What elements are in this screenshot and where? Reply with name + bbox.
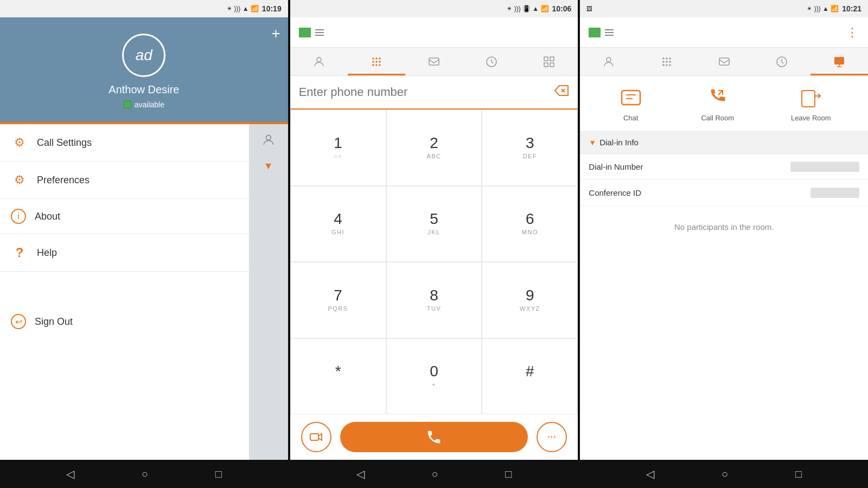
p1-status-label: available — [135, 100, 164, 109]
p2-tab-bar — [290, 48, 578, 76]
phone-screen-2: ✴ ))) 📳 ▲ 📶 10:06 — [290, 0, 578, 488]
back-button-1[interactable]: ◁ — [66, 467, 74, 480]
p2-action-bar: ··· — [290, 414, 578, 460]
p3-tab-bar — [580, 48, 868, 76]
status-icons-2: ✴ ))) 📳 ▲ 📶 — [507, 5, 548, 12]
key-1[interactable]: 1 ○○ — [290, 110, 386, 186]
status-bar-2: ✴ ))) 📳 ▲ 📶 10:06 — [290, 0, 578, 17]
recents-button-3[interactable]: □ — [795, 468, 802, 480]
bottom-nav-1: ◁ ○ □ — [0, 460, 288, 488]
logo-green-square — [299, 28, 311, 37]
bottom-nav-2: ◁ ○ □ — [290, 460, 578, 488]
svg-point-1 — [317, 57, 321, 62]
menu-item-call-settings[interactable]: ⚙ Call Settings — [0, 124, 288, 162]
svg-point-5 — [372, 61, 374, 63]
more-options-button[interactable]: ··· — [537, 422, 567, 452]
chat-label: Chat — [623, 114, 638, 122]
leave-room-button[interactable]: Leave Room — [791, 87, 831, 122]
bottom-nav-3: ◁ ○ □ — [580, 460, 868, 488]
p1-status-dot — [124, 101, 131, 108]
svg-point-17 — [669, 57, 671, 60]
p1-menu: ⚙ Call Settings ⚙ Preferences i About ? … — [0, 124, 288, 460]
svg-point-2 — [372, 57, 374, 60]
menu-item-sign-out[interactable]: ↩ Sign Out — [0, 304, 288, 339]
tab-room-3[interactable] — [810, 48, 868, 75]
key-9[interactable]: 9 WXYZ — [482, 262, 578, 338]
p1-content: + ad Anthow Desire available ⚙ Call Sett… — [0, 17, 288, 460]
key-5[interactable]: 5 JKL — [386, 186, 482, 262]
call-room-button[interactable]: Call Room — [701, 87, 734, 122]
home-button-3[interactable]: ○ — [722, 468, 728, 480]
menu-item-help[interactable]: ? Help — [0, 234, 288, 272]
logo-lines — [315, 29, 324, 36]
p1-header: + ad Anthow Desire available — [0, 17, 288, 122]
key-star[interactable]: * — [290, 338, 386, 415]
key-4[interactable]: 4 GHI — [290, 186, 386, 262]
call-room-label: Call Room — [701, 114, 734, 122]
key-7[interactable]: 7 PQRS — [290, 262, 386, 338]
p3-dialin-header[interactable]: ▼ Dial-in Info — [580, 131, 868, 154]
time-2: 10:06 — [552, 4, 572, 13]
svg-point-6 — [375, 61, 378, 63]
tab-recent-3[interactable] — [753, 48, 810, 75]
p1-plus-button[interactable]: + — [271, 25, 280, 42]
right-dropdown-icon: ▼ — [264, 160, 273, 172]
phone-screen-1: ✴ ))) ▲ 📶 10:19 + ad Anthow Desire avail… — [0, 0, 288, 488]
p1-avatar: ad — [122, 34, 165, 77]
svg-point-14 — [607, 57, 611, 62]
p2-app-bar — [290, 17, 578, 48]
p1-username: Anthow Desire — [11, 84, 277, 96]
three-dots-menu[interactable]: ⋮ — [846, 25, 859, 40]
recents-button-2[interactable]: □ — [505, 468, 512, 480]
conference-id-value: ████████ — [810, 188, 859, 198]
svg-rect-24 — [719, 58, 729, 65]
menu-label-help: Help — [37, 247, 57, 259]
back-button-3[interactable]: ◁ — [646, 467, 654, 480]
p3-room-actions: Chat Call Room — [580, 76, 868, 131]
svg-rect-28 — [802, 91, 815, 107]
leave-room-label: Leave Room — [791, 114, 831, 122]
svg-point-16 — [666, 57, 668, 60]
tab-contacts-2[interactable] — [290, 48, 348, 75]
chat-button[interactable]: Chat — [617, 87, 644, 122]
conference-id-row: Conference ID ████████ — [580, 180, 868, 206]
tab-dialpad-2[interactable] — [348, 48, 405, 75]
home-button-1[interactable]: ○ — [142, 468, 148, 480]
call-button[interactable] — [340, 422, 528, 452]
svg-point-23 — [669, 64, 671, 66]
recents-button-1[interactable]: □ — [215, 468, 222, 480]
key-8[interactable]: 8 TUV — [386, 262, 482, 338]
svg-rect-26 — [834, 57, 844, 65]
tab-recent-2[interactable] — [463, 48, 520, 75]
backspace-button[interactable] — [554, 85, 569, 100]
phone-number-input[interactable] — [299, 85, 554, 99]
menu-item-preferences[interactable]: ⚙ Preferences — [0, 162, 288, 199]
key-hash[interactable]: # — [482, 338, 578, 415]
svg-point-22 — [666, 64, 668, 66]
gear-icon-1: ⚙ — [11, 134, 28, 151]
home-button-2[interactable]: ○ — [431, 468, 438, 480]
no-participants-message: No participants in the room. — [580, 206, 868, 248]
menu-label-sign-out: Sign Out — [35, 316, 73, 328]
tab-contacts-3[interactable] — [580, 48, 637, 75]
key-0[interactable]: 0 + — [386, 338, 482, 415]
dialin-title: Dial-in Info — [599, 138, 639, 147]
menu-item-about[interactable]: i About — [0, 199, 288, 234]
dialin-number-row: Dial-in Number ████████████ — [580, 154, 868, 180]
video-call-button[interactable] — [301, 422, 331, 452]
svg-point-20 — [669, 61, 671, 63]
tab-messages-2[interactable] — [405, 48, 463, 75]
notification-icon: 🖼 — [586, 5, 592, 12]
logo-green-square-3 — [589, 28, 601, 37]
back-button-2[interactable]: ◁ — [356, 467, 365, 480]
key-2[interactable]: 2 ABC — [386, 110, 482, 186]
time-3: 10:21 — [842, 4, 861, 13]
tab-dialpad-3[interactable] — [637, 48, 695, 75]
tab-messages-3[interactable] — [695, 48, 753, 75]
conference-id-label: Conference ID — [589, 188, 641, 197]
key-3[interactable]: 3 DEF — [482, 110, 578, 186]
tab-profile-2[interactable] — [520, 48, 578, 75]
leave-room-icon — [797, 87, 825, 111]
key-6[interactable]: 6 MNO — [482, 186, 578, 262]
chevron-down-icon: ▼ — [589, 138, 596, 147]
